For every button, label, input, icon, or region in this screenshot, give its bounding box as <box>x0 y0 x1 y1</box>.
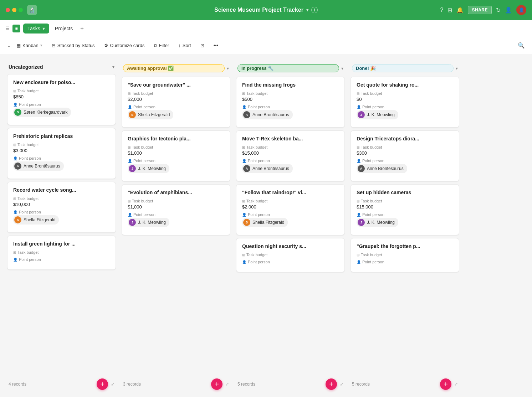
expand-column-icon[interactable]: ⤢ <box>225 382 229 387</box>
person-label: 👤 Point person <box>128 159 224 163</box>
list-item[interactable]: "Evolution of amphibians...⊞ Task budget… <box>122 184 230 235</box>
refresh-icon[interactable]: ↻ <box>496 7 501 14</box>
projects-tab[interactable]: Projects <box>51 24 77 33</box>
expand-column-icon[interactable]: ⤢ <box>111 382 114 387</box>
records-count: 5 records <box>237 382 323 387</box>
list-item[interactable]: "Graupel: the forgotten p...⊞ Task budge… <box>351 238 459 272</box>
cards-container-done: Get quote for shaking ro...⊞ Task budget… <box>351 77 459 376</box>
add-tab-button[interactable]: ＋ <box>79 25 85 32</box>
user-avatar[interactable]: 👤 <box>516 5 526 15</box>
person-chip: AAnne Brontësaurus <box>357 164 407 173</box>
more-options-button[interactable]: ••• <box>210 41 222 50</box>
person-label: 👤 Point person <box>13 156 110 160</box>
person-name: Shella Fitzgerald <box>138 112 170 117</box>
add-card-button[interactable]: + <box>326 378 337 390</box>
title-chevron-icon[interactable]: ▾ <box>306 7 308 12</box>
kanban-view-button[interactable]: ▦ Kanban ▾ <box>13 41 46 50</box>
expand-column-icon[interactable]: ⤢ <box>340 382 343 387</box>
column-footer-awaiting: 3 records+⤢ <box>122 376 230 390</box>
card-person-field: 👤 Point personAAnne Brontësaurus <box>13 156 110 171</box>
list-item[interactable]: Find the missing frogs⊞ Task budget$500👤… <box>236 77 345 128</box>
list-item[interactable]: Prehistoric plant replicas⊞ Task budget$… <box>7 128 116 179</box>
column-chevron-uncategorized[interactable]: ▾ <box>112 65 114 69</box>
card-person-field: 👤 Point personAAnne Brontësaurus <box>357 159 453 173</box>
view-chevron-icon: ▾ <box>40 43 42 48</box>
person-chip: AAnne Brontësaurus <box>242 110 293 119</box>
avatar: S <box>129 111 136 118</box>
person-label: 👤 Point person <box>242 212 339 217</box>
list-item[interactable]: "Save our groundwater" ...⊞ Task budget$… <box>122 77 230 128</box>
info-icon[interactable]: i <box>311 7 318 13</box>
stacked-by-status-button[interactable]: ⊟ Stacked by Status <box>48 41 98 50</box>
person-chip: SShella Fitzgerald <box>242 218 288 227</box>
list-item[interactable]: New enclosure for poiso...⊞ Task budget$… <box>7 74 116 125</box>
person-chip: JJ. K. Meowling <box>357 218 398 227</box>
list-item[interactable]: Move T-Rex skeleton ba...⊞ Task budget$1… <box>236 130 345 181</box>
help-icon[interactable]: ? <box>440 7 444 13</box>
minimize-button[interactable] <box>12 8 16 12</box>
card-budget-field: ⊞ Task budget$15,000 <box>357 199 453 210</box>
nav-chevron-icon[interactable]: ☰ <box>6 26 10 31</box>
list-item[interactable]: Set up hidden cameras⊞ Task budget$15,00… <box>351 184 459 235</box>
column-header-awaiting: Awaiting approval ✅▾ <box>122 61 230 77</box>
card-person-field: 👤 Point person <box>242 260 339 264</box>
person-chip: SShella Fitzgerald <box>13 215 59 225</box>
customize-cards-button[interactable]: ⚙ Customize cards <box>101 41 148 50</box>
sort-button[interactable]: ↕ Sort <box>175 41 194 50</box>
card-budget-field: ⊞ Task budget$1,000 <box>128 199 224 210</box>
avatar: A <box>358 165 365 172</box>
person-name: Anne Brontësaurus <box>367 166 404 171</box>
card-budget-field: ⊞ Task budget$2,000 <box>128 91 224 102</box>
grid-icon[interactable]: ⊞ <box>447 7 452 14</box>
search-button[interactable]: 🔍 <box>518 42 525 48</box>
budget-label: ⊞ Task budget <box>128 199 224 203</box>
users-icon[interactable]: 👤 <box>505 7 512 14</box>
column-footer-done: 5 records+⤢ <box>351 376 459 390</box>
list-item[interactable]: Install green lighting for ...⊞ Task bud… <box>7 236 116 270</box>
tasks-tab[interactable]: Tasks ▾ <box>23 24 49 33</box>
column-chevron-done[interactable]: ▾ <box>456 66 458 71</box>
person-name: Anne Brontësaurus <box>252 112 289 117</box>
card-title: Move T-Rex skeleton ba... <box>242 136 339 141</box>
person-chip: AAnne Brontësaurus <box>242 164 293 173</box>
card-person-field: 👤 Point personJJ. K. Meowling <box>357 105 453 119</box>
budget-label: ⊞ Task budget <box>242 91 339 96</box>
card-title: Question night security s... <box>242 243 339 249</box>
person-chip: SSøren Kierkegaardvark <box>13 108 71 117</box>
list-item[interactable]: Record water cycle song...⊞ Task budget$… <box>7 182 116 233</box>
list-item[interactable]: "Follow that raindrop!" vi...⊞ Task budg… <box>236 184 345 235</box>
add-card-button[interactable]: + <box>440 378 451 390</box>
list-item[interactable]: Design Triceratops diora...⊞ Task budget… <box>351 130 459 181</box>
close-button[interactable] <box>6 8 10 12</box>
add-card-button[interactable]: + <box>211 378 222 390</box>
list-item[interactable]: Get quote for shaking ro...⊞ Task budget… <box>351 77 459 128</box>
card-person-field: 👤 Point person <box>13 257 110 262</box>
card-title: "Follow that raindrop!" vi... <box>242 190 339 195</box>
card-person-field: 👤 Point personJJ. K. Meowling <box>128 212 224 227</box>
list-item[interactable]: Question night security s...⊞ Task budge… <box>236 238 345 272</box>
budget-label: ⊞ Task budget <box>128 91 224 96</box>
bell-icon[interactable]: 🔔 <box>456 7 464 14</box>
budget-value: $10,000 <box>13 202 110 207</box>
share-button[interactable]: SHARE <box>468 6 492 14</box>
records-count: 4 records <box>9 382 94 387</box>
expand-column-icon[interactable]: ⤢ <box>454 382 458 387</box>
budget-label: ⊞ Task budget <box>13 250 110 254</box>
add-card-button[interactable]: + <box>97 378 108 390</box>
card-person-field: 👤 Point personSShella Fitzgerald <box>13 210 110 225</box>
records-count: 3 records <box>123 382 208 387</box>
maximize-button[interactable] <box>19 8 23 12</box>
card-title: Record water cycle song... <box>13 187 110 193</box>
avatar: J <box>358 219 365 226</box>
share-view-button[interactable]: ⊡ <box>197 41 208 50</box>
card-person-field: 👤 Point personJJ. K. Meowling <box>357 212 453 227</box>
person-name: Anne Brontësaurus <box>24 164 60 169</box>
list-item[interactable]: Graphics for tectonic pla...⊞ Task budge… <box>122 130 230 181</box>
column-chevron-inprogress[interactable]: ▾ <box>341 66 343 71</box>
column-chevron-awaiting[interactable]: ▾ <box>227 66 229 71</box>
person-label: 👤 Point person <box>357 212 453 217</box>
toolbar-collapse-icon[interactable]: ⌄ <box>7 43 11 48</box>
toolbar: ⌄ ▦ Kanban ▾ ⊟ Stacked by Status ⚙ Custo… <box>0 37 532 54</box>
budget-value: $2,000 <box>128 97 224 102</box>
filter-button[interactable]: ⧉ Filter <box>150 41 173 50</box>
